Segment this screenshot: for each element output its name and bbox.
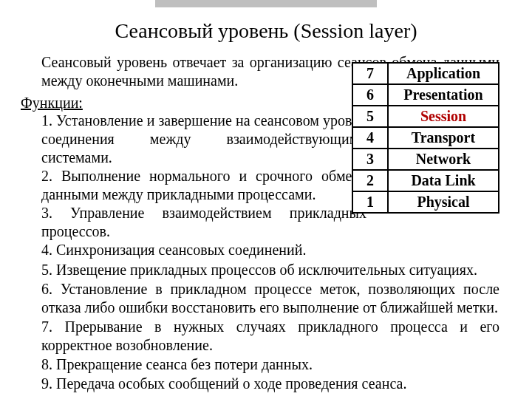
page-title: Сеансовый уровень (Session layer): [21, 19, 511, 43]
osi-layer-number: 3: [352, 149, 388, 170]
osi-layer-number: 5: [352, 106, 388, 127]
osi-layer-name: Data Link: [388, 170, 499, 191]
list-item: 1. Установление и завершение на сеансово…: [41, 112, 366, 167]
list-item: 5. Извещение прикладных процессов об иск…: [41, 261, 499, 280]
list-item: 3. Управление взаимодействием прикладных…: [41, 204, 366, 241]
decorative-top-band: [155, 0, 377, 7]
list-item: 8. Прекращение сеанса без потери данных.: [41, 355, 499, 375]
osi-layer-name: Session: [388, 106, 499, 127]
osi-layer-number: 4: [352, 127, 388, 149]
osi-row: 3Network: [352, 149, 499, 170]
list-item: 9. Передача особых сообщений о ходе пров…: [41, 375, 499, 394]
osi-layer-name: Transport: [388, 127, 499, 149]
content-wrap: 7Application6Presentation5Session4Transp…: [21, 95, 511, 393]
osi-layer-number: 6: [352, 84, 388, 106]
list-item: 7. Прерывание в нужных случаях прикладно…: [41, 318, 499, 355]
osi-layers-table: 7Application6Presentation5Session4Transp…: [352, 62, 499, 214]
osi-row: 7Application: [352, 63, 499, 84]
list-item: 4. Синхронизация сеансовых соединений.: [41, 241, 366, 259]
osi-row: 6Presentation: [352, 84, 499, 106]
list-item: 2. Выполнение нормального и срочного обм…: [41, 167, 366, 204]
osi-row: 5Session: [352, 106, 499, 127]
list-item: 6. Установление в прикладном процессе ме…: [41, 280, 499, 318]
osi-layer-name: Presentation: [388, 84, 499, 106]
functions-list-top: 1. Установление и завершение на сеансово…: [41, 112, 366, 259]
osi-row: 4Transport: [352, 127, 499, 149]
osi-row: 1Physical: [352, 191, 499, 213]
osi-layer-number: 7: [352, 63, 388, 84]
osi-layer-number: 2: [352, 170, 388, 191]
osi-layer-name: Physical: [388, 191, 499, 213]
osi-layer-name: Application: [388, 63, 499, 84]
osi-row: 2Data Link: [352, 170, 499, 191]
osi-layer-number: 1: [352, 191, 388, 213]
slide: Сеансовый уровень (Session layer) Сеансо…: [0, 0, 532, 393]
functions-list-bottom: 5. Извещение прикладных процессов об иск…: [41, 261, 499, 393]
osi-layer-name: Network: [388, 149, 499, 170]
